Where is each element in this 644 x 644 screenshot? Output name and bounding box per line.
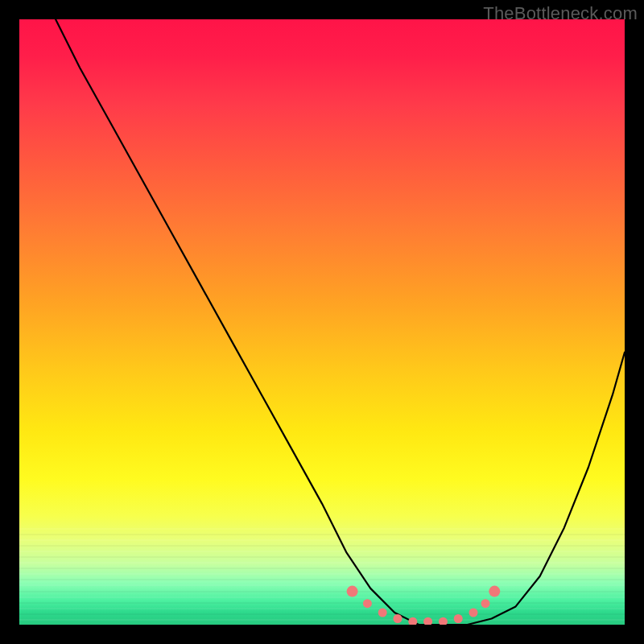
plot-area — [19, 19, 625, 625]
chart-stage: TheBottleneck.com — [0, 0, 644, 644]
